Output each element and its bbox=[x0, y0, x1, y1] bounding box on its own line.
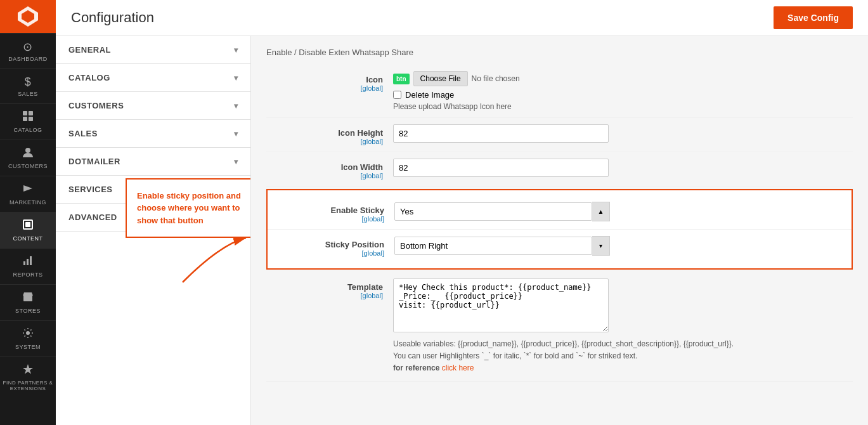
sidebar-item-sales[interactable]: $ SALES bbox=[0, 69, 56, 103]
svg-rect-3 bbox=[29, 111, 33, 115]
chevron-down-icon: ▾ bbox=[234, 101, 238, 110]
dashboard-icon: ⊙ bbox=[23, 40, 33, 54]
sticky-position-row: Sticky Position [global] Bottom Right Bo… bbox=[268, 230, 852, 263]
chevron-down-icon: ▾ bbox=[234, 157, 238, 166]
reports-icon bbox=[22, 255, 34, 270]
template-row: Template [global] *Hey Check this produc… bbox=[266, 272, 853, 382]
sticky-position-select[interactable]: Bottom Right Bottom Left Top Right Top L… bbox=[394, 237, 592, 255]
delete-image-checkbox[interactable] bbox=[393, 91, 401, 99]
content-area: GENERAL ▾ CATALOG ▾ CUSTOMERS ▾ SALES bbox=[56, 36, 868, 425]
icon-height-row: Icon Height [global] bbox=[266, 118, 853, 152]
svg-rect-9 bbox=[25, 222, 30, 227]
content-icon bbox=[22, 219, 34, 233]
sales-icon: $ bbox=[25, 75, 32, 89]
accordion-sales-header[interactable]: SALES ▾ bbox=[56, 120, 250, 147]
annotation-arrow bbox=[170, 232, 251, 289]
sidebar-item-reports[interactable]: REPORTS bbox=[0, 248, 56, 284]
sidebar-item-marketing[interactable]: MARKETING bbox=[0, 176, 56, 212]
svg-rect-14 bbox=[26, 298, 30, 301]
sidebar-item-find[interactable]: FIND PARTNERS & EXTENSIONS bbox=[0, 356, 56, 398]
reference-link[interactable]: click here bbox=[442, 363, 474, 372]
sidebar-item-catalog[interactable]: CATALOG bbox=[0, 103, 56, 140]
svg-rect-4 bbox=[23, 117, 27, 121]
svg-rect-12 bbox=[30, 256, 32, 265]
page-title: Configuration bbox=[71, 10, 154, 26]
template-textarea[interactable]: *Hey Check this product*: {{product_name… bbox=[393, 278, 609, 332]
system-icon bbox=[22, 327, 34, 342]
accordion-catalog: CATALOG ▾ bbox=[56, 64, 250, 92]
highlighted-section: Enable Sticky [global] Yes No ▲ bbox=[266, 189, 853, 270]
left-panel: GENERAL ▾ CATALOG ▾ CUSTOMERS ▾ SALES bbox=[56, 36, 251, 425]
chevron-down-icon: ▾ bbox=[234, 46, 238, 55]
stores-icon bbox=[22, 291, 34, 306]
svg-rect-10 bbox=[23, 261, 25, 265]
sidebar-item-system[interactable]: SYSTEM bbox=[0, 320, 56, 356]
svg-rect-11 bbox=[27, 259, 29, 265]
svg-point-15 bbox=[26, 331, 30, 335]
sidebar-item-dashboard[interactable]: ⊙ DASHBOARD bbox=[0, 33, 56, 69]
icon-width-row: Icon Width [global] bbox=[266, 152, 853, 186]
icon-width-input[interactable] bbox=[393, 159, 609, 177]
whatsapp-badge: btn bbox=[393, 74, 410, 84]
sidebar-logo bbox=[0, 0, 56, 33]
delete-image-label: Delete Image bbox=[405, 90, 454, 100]
sticky-position-select-arrow[interactable]: ▾ bbox=[592, 236, 610, 256]
accordion-sales: SALES ▾ bbox=[56, 120, 250, 148]
sidebar-item-stores[interactable]: STORES bbox=[0, 284, 56, 320]
catalog-icon bbox=[22, 110, 34, 125]
icon-height-input[interactable] bbox=[393, 124, 609, 143]
sidebar-item-customers[interactable]: CUSTOMERS bbox=[0, 140, 56, 176]
tooltip-box: Enable sticky position and choose where … bbox=[126, 178, 251, 239]
chevron-down-icon: ▾ bbox=[234, 74, 238, 82]
icon-form-row: Icon [global] btn Choose File No file ch… bbox=[266, 65, 853, 118]
top-note: Enable / Disable Exten Whatsapp Share bbox=[266, 43, 853, 65]
upload-note: Please upload Whatsapp Icon here bbox=[393, 102, 853, 111]
svg-rect-2 bbox=[23, 111, 27, 115]
no-file-text: No file chosen bbox=[472, 74, 520, 83]
enable-sticky-select-arrow[interactable]: ▲ bbox=[592, 202, 610, 221]
accordion-catalog-header[interactable]: CATALOG ▾ bbox=[56, 64, 250, 91]
sidebar: ⊙ DASHBOARD $ SALES CATALOG CUSTOMERS bbox=[0, 0, 56, 425]
svg-marker-7 bbox=[23, 185, 32, 192]
save-config-button[interactable]: Save Config bbox=[774, 6, 853, 29]
accordion-customers-header[interactable]: CUSTOMERS ▾ bbox=[56, 92, 250, 119]
accordion-customers: CUSTOMERS ▾ bbox=[56, 92, 250, 120]
find-icon bbox=[22, 363, 34, 378]
choose-file-button[interactable]: Choose File bbox=[413, 71, 468, 86]
accordion-general-header[interactable]: GENERAL ▾ bbox=[56, 36, 250, 63]
chevron-down-icon: ▾ bbox=[234, 129, 238, 138]
main-area: Configuration Save Config GENERAL ▾ CATA… bbox=[56, 0, 868, 425]
enable-sticky-row: Enable Sticky [global] Yes No ▲ bbox=[268, 195, 852, 230]
help-text: Useable variables: {{product_name}}, {{p… bbox=[393, 338, 853, 375]
customers-icon bbox=[22, 147, 34, 161]
svg-point-6 bbox=[25, 148, 30, 153]
top-header: Configuration Save Config bbox=[56, 0, 868, 36]
accordion-dotmailer: DOTMAILER ▾ bbox=[56, 148, 250, 176]
accordion-dotmailer-header[interactable]: DOTMAILER ▾ bbox=[56, 148, 250, 175]
marketing-icon bbox=[22, 183, 34, 197]
right-panel: Enable / Disable Exten Whatsapp Share Ic… bbox=[251, 36, 868, 425]
enable-sticky-select[interactable]: Yes No bbox=[394, 202, 592, 221]
svg-rect-5 bbox=[29, 117, 33, 121]
sidebar-item-content[interactable]: CONTENT bbox=[0, 212, 56, 248]
accordion-general: GENERAL ▾ bbox=[56, 36, 250, 64]
